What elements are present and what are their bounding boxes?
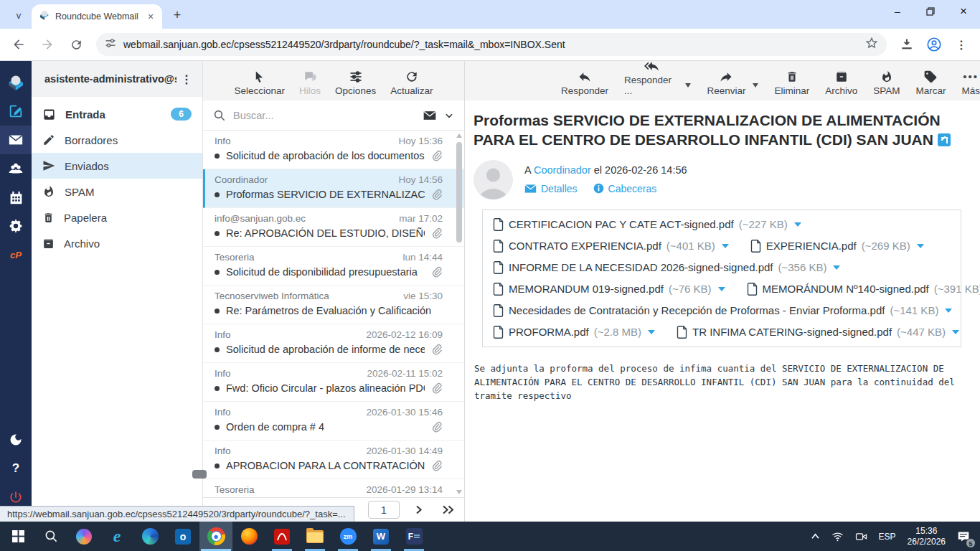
taskbar-acrobat-button[interactable] (265, 522, 298, 551)
attachment-menu-caret-icon[interactable] (722, 244, 729, 248)
attachment-item[interactable]: CONTRATO EXPERIENCIA.pdf(~401 KB) (493, 240, 729, 253)
options-button[interactable]: Opciones (335, 70, 376, 96)
attachment-item[interactable]: MEMORÁNDUM Nº140-signed.pdf(~391 KB) (747, 283, 980, 296)
taskbar-zoom-button[interactable]: zm (331, 522, 364, 551)
folder-footer-icon[interactable] (192, 470, 207, 479)
taskbar-firefox-button[interactable] (232, 522, 265, 551)
mail-nav-button[interactable] (0, 126, 32, 154)
dark-mode-moon-icon[interactable] (0, 425, 32, 454)
taskbar-word-button[interactable]: W (364, 522, 397, 551)
archive-button[interactable]: Archivo (825, 70, 857, 96)
browser-tab[interactable]: Roundcube Webmail :: Enviados × (32, 4, 162, 29)
attachment-menu-caret-icon[interactable] (648, 330, 655, 334)
downloads-icon[interactable] (895, 33, 918, 56)
window-close-button[interactable]: × (947, 0, 980, 23)
recipient-link[interactable]: Coordinador (534, 164, 591, 176)
reply-button[interactable]: Responder (561, 70, 608, 96)
taskbar-chrome-button[interactable]: ☻ (199, 522, 232, 551)
forward-menu-caret[interactable] (753, 83, 758, 96)
message-row[interactable]: Tecnoserviweb Informáticavie 15:30 Re: P… (203, 286, 464, 324)
wifi-icon[interactable] (827, 522, 848, 551)
help-icon[interactable]: ? (0, 454, 32, 483)
attachment-item[interactable]: MEMORANDUM 019-signed.pdf(~76 KB) (493, 283, 725, 296)
taskbar-search-button[interactable] (34, 522, 67, 551)
details-toggle[interactable]: Detalles (524, 183, 578, 194)
search-options-chevron-icon[interactable] (444, 110, 454, 121)
profile-avatar-icon[interactable] (923, 33, 946, 56)
meet-now-icon[interactable] (851, 522, 872, 551)
spam-button[interactable]: SPAM (873, 70, 900, 96)
search-input[interactable] (233, 110, 415, 121)
next-page-button[interactable] (410, 504, 428, 515)
attachment-menu-caret-icon[interactable] (718, 287, 725, 291)
taskbar-explorer-button[interactable] (298, 522, 331, 551)
folder-entrada[interactable]: Entrada 6 (32, 101, 202, 127)
reply-all-menu-caret[interactable] (685, 83, 691, 96)
browser-menu-kebab-icon[interactable]: ⋮ (950, 33, 973, 56)
more-button[interactable]: ••• Más (961, 70, 980, 96)
account-menu-kebab-icon[interactable]: ⋮ (176, 72, 197, 86)
message-row[interactable]: Info2026-01-30 14:49 APROBACION PARA LA … (203, 441, 464, 479)
refresh-button[interactable]: Actualizar (390, 70, 433, 96)
attachment-item[interactable]: INFORME DE LA NECESIDAD 2026-signed-sign… (493, 261, 840, 274)
folder-spam[interactable]: SPAM (32, 179, 202, 204)
attachment-menu-caret-icon[interactable] (833, 265, 840, 270)
attachment-item[interactable]: PROFORMA.pdf(~2.8 MB) (493, 326, 655, 339)
taskbar-copilot-button[interactable] (67, 522, 100, 551)
list-scrollbar[interactable] (455, 132, 463, 496)
settings-gear-icon[interactable] (0, 212, 32, 240)
tab-search-chevron-icon[interactable]: v (9, 5, 29, 25)
taskbar-ie-button[interactable]: e (100, 522, 133, 551)
scrollbar-thumb[interactable] (456, 142, 462, 242)
attachment-menu-caret-icon[interactable] (945, 309, 952, 313)
reload-button[interactable] (65, 33, 88, 56)
account-header[interactable]: asistente-administrativo@sa... ⋮ (32, 61, 202, 97)
window-minimize-button[interactable]: – (881, 0, 914, 23)
scroll-down-arrow[interactable] (456, 490, 462, 494)
compose-button[interactable] (0, 97, 32, 126)
forward-button[interactable] (36, 33, 59, 56)
tray-expand-chevron-icon[interactable] (806, 522, 824, 551)
new-tab-button[interactable]: + (168, 6, 187, 24)
delete-button[interactable]: Eliminar (774, 70, 809, 96)
url-text[interactable]: webmail.sanjuan.gob.ec/cpsess5212449520/… (123, 39, 858, 50)
attachment-menu-caret-icon[interactable] (917, 244, 924, 248)
attachment-menu-caret-icon[interactable] (794, 222, 801, 227)
attachment-item[interactable]: TR INFIMA CATERING-signed-signed.pdf(~44… (677, 326, 959, 339)
bookmark-star-icon[interactable] (865, 37, 878, 52)
start-button[interactable] (1, 522, 34, 551)
taskbar-f-app-button[interactable]: F (397, 522, 430, 551)
cpanel-icon[interactable]: cP (0, 240, 32, 269)
scroll-up-arrow[interactable] (456, 133, 462, 138)
folder-enviados[interactable]: Enviados (32, 153, 202, 179)
forward-button[interactable]: Reenviar (707, 70, 745, 96)
taskbar-clock[interactable]: 15:36 26/2/2026 (903, 522, 950, 551)
taskbar-edge-button[interactable] (133, 522, 166, 551)
message-row-selected[interactable]: CoordinadorHoy 14:56 Proformas SERVICIO … (203, 169, 464, 208)
message-row[interactable]: Tesoreria2026-01-29 13:14 (203, 479, 464, 497)
message-row[interactable]: Info2026-01-30 15:46 Orden de compra # 4 (203, 402, 464, 441)
open-in-new-window-icon[interactable] (938, 133, 951, 146)
folder-archivo[interactable]: Archivo (32, 230, 202, 256)
headers-toggle[interactable]: Cabeceras (593, 183, 657, 194)
contacts-nav-button[interactable] (0, 154, 32, 183)
folder-borradores[interactable]: Borradores (32, 127, 202, 153)
attachment-item[interactable]: Necesidades de Contratación y Recepción … (493, 304, 952, 317)
search-scope-envelope-icon[interactable] (423, 108, 437, 123)
attachment-item[interactable]: EXPERIENCIA.pdf(~269 KB) (750, 240, 924, 253)
message-row[interactable]: Info2026-02-11 15:02 Fwd: Oficio Circula… (203, 363, 464, 402)
page-input[interactable]: 1 (368, 501, 400, 519)
threads-button[interactable]: Hilos (299, 70, 321, 96)
back-button[interactable] (7, 33, 30, 56)
attachment-item[interactable]: CERTIFICACION PAC Y CATE ACT-signed.pdf(… (493, 218, 801, 231)
window-restore-button[interactable] (914, 0, 947, 23)
taskbar-outlook-button[interactable]: o (166, 522, 199, 551)
last-page-button[interactable] (438, 504, 460, 515)
message-row[interactable]: Info2026-02-12 16:09 Solicitud de aproba… (203, 324, 464, 363)
site-settings-icon[interactable] (105, 37, 116, 52)
message-row[interactable]: InfoHoy 15:36 Solicitud de aprobación de… (203, 131, 464, 169)
message-row[interactable]: info@sanjuan.gob.ecmar 17:02 Re: APROBAC… (203, 208, 464, 247)
reply-all-button[interactable]: Responder ... (624, 59, 678, 96)
message-row[interactable]: Tesorerialun 14:44 Solicitud de disponib… (203, 247, 464, 286)
mark-button[interactable]: Marcar (915, 70, 946, 96)
